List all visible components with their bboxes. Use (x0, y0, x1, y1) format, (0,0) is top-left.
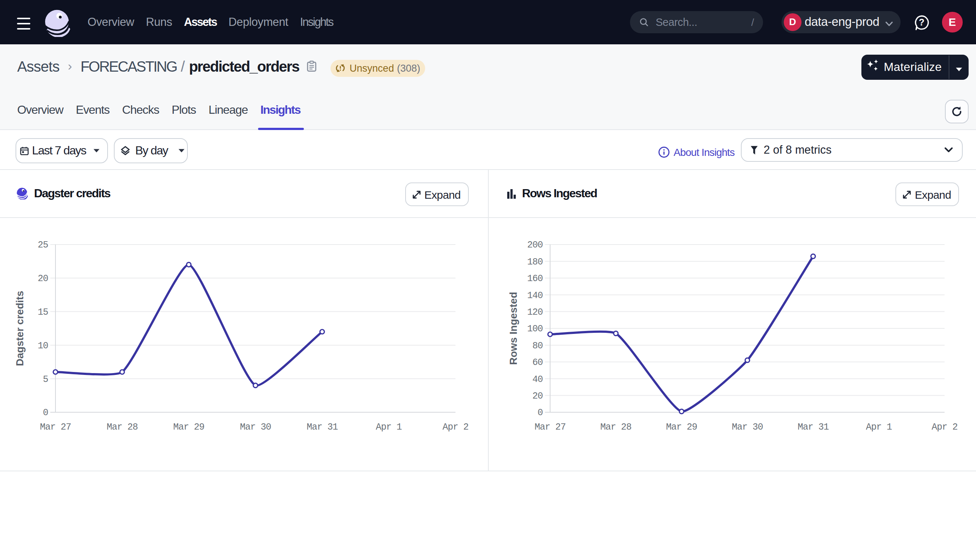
svg-text:160: 160 (527, 273, 543, 284)
svg-text:60: 60 (532, 357, 543, 368)
svg-text:Dagster credits: Dagster credits (14, 291, 25, 366)
svg-text:Mar 28: Mar 28 (600, 422, 632, 433)
svg-text:Mar 31: Mar 31 (797, 422, 829, 433)
svg-text:Rows Ingested: Rows Ingested (508, 292, 519, 365)
svg-text:Mar 29: Mar 29 (174, 422, 204, 433)
svg-text:Mar 31: Mar 31 (306, 422, 338, 433)
svg-text:25: 25 (38, 240, 48, 250)
svg-text:20: 20 (532, 391, 543, 402)
svg-text:Mar 29: Mar 29 (666, 422, 697, 433)
svg-text:?: ? (919, 17, 924, 27)
svg-text:Apr 1: Apr 1 (866, 422, 892, 433)
svg-text:180: 180 (527, 257, 543, 267)
svg-text:5: 5 (43, 374, 48, 385)
svg-text:10: 10 (38, 341, 48, 351)
svg-text:0: 0 (43, 407, 48, 418)
svg-text:100: 100 (527, 323, 543, 334)
svg-text:Apr 2: Apr 2 (932, 422, 958, 433)
svg-text:40: 40 (532, 374, 543, 385)
svg-text:15: 15 (38, 307, 48, 318)
svg-text:Mar 30: Mar 30 (732, 422, 763, 433)
svg-text:Mar 27: Mar 27 (535, 422, 566, 433)
svg-text:Mar 30: Mar 30 (240, 422, 271, 433)
svg-text:20: 20 (38, 273, 48, 284)
svg-text:120: 120 (527, 307, 543, 318)
svg-text:Apr 1: Apr 1 (376, 422, 402, 433)
svg-text:140: 140 (527, 290, 543, 301)
svg-text:200: 200 (527, 240, 543, 250)
svg-text:Apr 2: Apr 2 (443, 422, 468, 433)
svg-text:Mar 27: Mar 27 (40, 422, 71, 433)
svg-text:0: 0 (538, 407, 543, 418)
svg-text:80: 80 (532, 341, 543, 351)
svg-text:Mar 28: Mar 28 (107, 422, 137, 433)
